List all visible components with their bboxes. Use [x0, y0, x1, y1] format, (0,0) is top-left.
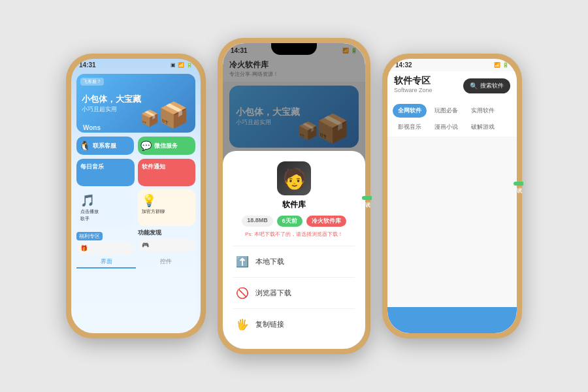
page-subtitle-3: Software Zone — [394, 87, 433, 93]
tab-bar-1: 界面 控件 — [76, 257, 195, 269]
play-card[interactable]: 🎵 点击播放 歌手 — [76, 189, 135, 226]
search-icon-3: 🔍 — [470, 82, 478, 90]
debug-btn-2[interactable]: 调试 — [362, 196, 372, 200]
time-1: 14:31 — [79, 61, 96, 69]
content-area-3 — [387, 137, 517, 267]
tab-interface[interactable]: 界面 — [76, 257, 136, 269]
qq-icon: 🐧 — [79, 140, 90, 151]
tab-gaming[interactable]: 玩图必备 — [429, 104, 463, 118]
wechat-service-btn[interactable]: 💬 微信服务 — [138, 137, 195, 155]
divider-2 — [233, 277, 355, 278]
popup-note: Ps: 本吧下载不了的，请选择浏览器下载！ — [233, 231, 355, 238]
notify-card[interactable]: 软件通知 — [138, 159, 196, 186]
status-bar-1: 14:31 ▣ 📶 🔋 — [71, 59, 201, 71]
group-card[interactable]: 💡 加官方群聊 — [138, 189, 196, 226]
wechat-icon: 💬 — [140, 140, 152, 151]
music-note-icon: 🎵 — [80, 193, 131, 208]
banner-text-1: 小包体，大宝藏 小巧且超实用 — [82, 93, 141, 114]
music-card[interactable]: 每日音乐 — [76, 159, 135, 186]
welfare-card[interactable]: 🎁 — [76, 242, 135, 255]
phone-2: 14:31 📶 🔋 冷火软件库 专注分享-网络资源！ 小包体，大宝藏 小巧且超实… — [218, 38, 370, 354]
welfare-label: 福利专区 — [76, 232, 103, 240]
tab-bar-3: 全网软件 玩图必备 实用软件 影视音乐 漫画小说 破解游戏 — [387, 99, 517, 137]
divider-1 — [233, 246, 355, 246]
bulb-icon: 💡 — [142, 193, 192, 208]
bottom-section-1: 福利专区 🎁 功能发现 🎮 — [76, 229, 195, 255]
gift-icon: 🎁 — [80, 245, 88, 252]
popup-app-name: 软件库 — [233, 199, 355, 210]
browser-download-action[interactable]: 🚫 浏览器下载 — [233, 282, 355, 304]
function-icon: 🎮 — [142, 242, 149, 248]
app-avatar-icon: 🧑 — [282, 167, 306, 190]
tab-all-software[interactable]: 全网软件 — [393, 104, 427, 118]
banner-badge-1: 飞客服？ — [80, 78, 104, 86]
popup-tags: 18.8MB 6天前 冷火软件库 — [233, 216, 355, 227]
debug-btn-3[interactable]: 调试 — [514, 182, 523, 186]
banner-1[interactable]: 飞客服？ 小包体，大宝藏 小巧且超实用 📦 📦 Wons — [76, 74, 195, 133]
service-row-1: 🐧 联系客服 💬 微信服务 — [76, 137, 195, 155]
tab-cracked[interactable]: 破解游戏 — [466, 120, 500, 134]
tab-utility[interactable]: 实用软件 — [466, 104, 500, 118]
date-tag: 6天前 — [277, 216, 302, 227]
divider-3 — [233, 308, 355, 309]
header-3: 软件专区 Software Zone 🔍 搜索软件 — [387, 71, 517, 99]
browser-download-icon: 🚫 — [236, 287, 249, 299]
time-3: 14:32 — [395, 61, 412, 69]
status-icons-3: 📶 🔋 — [494, 62, 509, 68]
status-bar-3: 14:32 📶 🔋 — [387, 59, 517, 71]
chest-small-icon: 📦 — [140, 109, 159, 127]
tab-widget[interactable]: 控件 — [136, 257, 195, 269]
tab-comics[interactable]: 漫画小说 — [429, 120, 463, 134]
qq-service-btn[interactable]: 🐧 联系客服 — [76, 137, 134, 155]
source-tag: 冷火软件库 — [306, 216, 346, 227]
size-tag: 18.8MB — [242, 216, 273, 227]
tab-media[interactable]: 影视音乐 — [393, 120, 427, 134]
page-title-3: 软件专区 — [394, 75, 433, 87]
chest-icon: 📦 — [158, 101, 189, 129]
grid-section-1: 每日音乐 软件通知 🎵 点击播放 歌手 💡 加官方群聊 — [76, 159, 195, 226]
copy-link-action[interactable]: 🖐️ 复制链接 — [233, 313, 355, 336]
copy-link-icon: 🖐️ — [236, 318, 249, 331]
status-icons-1: ▣ 📶 🔋 — [171, 62, 193, 68]
download-sheet: 🧑 软件库 18.8MB 6天前 冷火软件库 Ps: 本吧下载不了的，请选择浏览… — [223, 151, 365, 349]
search-button-3[interactable]: 🔍 搜索软件 — [463, 78, 510, 93]
function-label: 功能发现 — [138, 229, 196, 237]
phone-1: 14:31 ▣ 📶 🔋 飞客服？ 小包体，大宝藏 小巧且超实用 📦 📦 Wons — [66, 54, 206, 338]
popup-overlay: 🧑 软件库 18.8MB 6天前 冷火软件库 Ps: 本吧下载不了的，请选择浏览… — [223, 43, 365, 349]
phone-3: 14:32 📶 🔋 软件专区 Software Zone 🔍 搜索软件 — [382, 54, 522, 338]
local-download-action[interactable]: ⬆️ 本地下载 — [233, 250, 355, 273]
app-icon: 🧑 — [277, 161, 311, 195]
function-card[interactable]: 🎮 — [138, 238, 196, 252]
wons-label: Wons — [83, 124, 101, 131]
blue-bottom-bar — [387, 307, 517, 333]
local-download-icon: ⬆️ — [236, 255, 249, 268]
